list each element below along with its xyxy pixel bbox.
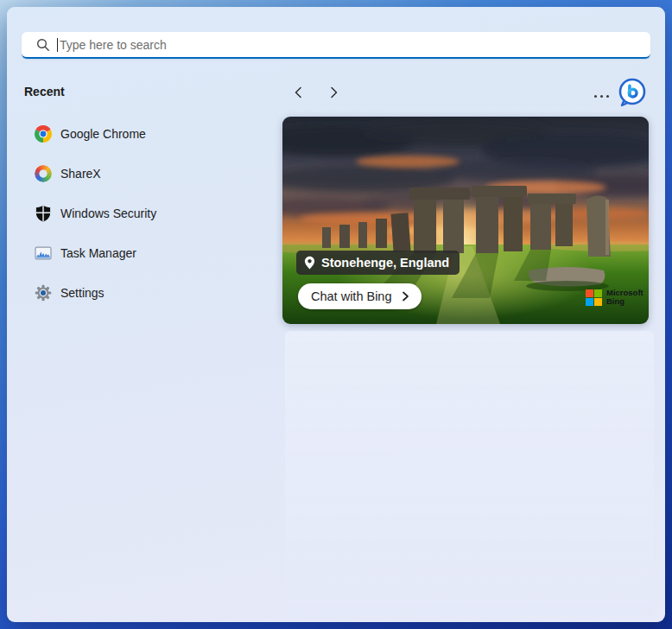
back-button[interactable]: [288, 82, 309, 103]
recent-item-task-manager[interactable]: Task Manager: [28, 238, 269, 269]
chevron-right-icon: [326, 86, 340, 99]
recent-item-label: Windows Security: [60, 206, 156, 220]
forward-button[interactable]: [323, 82, 344, 103]
chrome-icon: [35, 125, 52, 143]
bing-chat-button[interactable]: [614, 74, 650, 111]
content-panel: [285, 331, 654, 616]
recent-item-settings[interactable]: Settings: [28, 277, 269, 308]
location-label: Stonehenge, England: [321, 256, 449, 270]
recent-item-sharex[interactable]: ShareX: [28, 158, 269, 189]
chevron-right-icon: [400, 291, 410, 302]
location-pin-icon: [304, 256, 315, 270]
recent-item-windows-security[interactable]: Windows Security: [28, 198, 269, 229]
chevron-left-icon: [292, 86, 306, 99]
recent-item-label: Task Manager: [60, 246, 136, 260]
windows-security-icon: [35, 205, 52, 222]
sharex-icon: [35, 165, 52, 182]
microsoft-logo-icon: [586, 289, 602, 306]
bing-wordmark: Bing: [606, 297, 643, 306]
bing-chat-bubble-icon: [614, 74, 650, 111]
recent-item-label: Settings: [60, 286, 105, 300]
recent-section-title: Recent: [24, 85, 65, 98]
search-box[interactable]: [22, 32, 650, 59]
search-icon: [36, 38, 50, 52]
location-badge: Stonehenge, England: [296, 251, 460, 275]
task-manager-icon: [35, 245, 52, 262]
recent-item-google-chrome[interactable]: Google Chrome: [28, 118, 269, 149]
chat-with-bing-label: Chat with Bing: [311, 289, 392, 303]
recent-item-label: ShareX: [60, 167, 101, 181]
recent-item-label: Google Chrome: [60, 127, 146, 141]
bing-promo-card[interactable]: Stonehenge, England Chat with Bing Micro…: [282, 117, 649, 324]
chat-with-bing-button[interactable]: Chat with Bing: [298, 283, 422, 309]
settings-icon: [35, 284, 52, 302]
search-input[interactable]: [58, 32, 650, 57]
more-options-button[interactable]: [589, 88, 613, 104]
microsoft-bing-logo: Microsoft Bing: [586, 289, 643, 306]
search-flyout: Recent Google Chrome ShareX Windows Secu…: [7, 7, 665, 622]
